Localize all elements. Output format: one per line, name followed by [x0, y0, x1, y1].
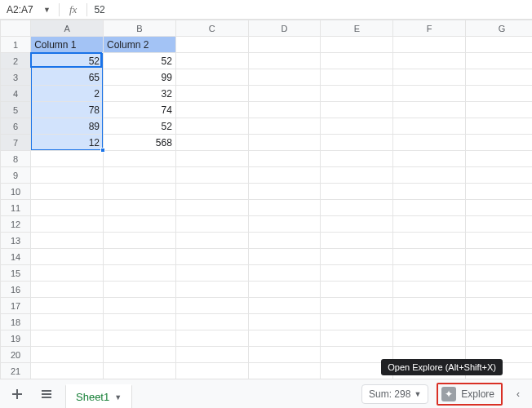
cell-B1[interactable]: Column 2: [104, 37, 176, 53]
cell-D20[interactable]: [248, 347, 321, 363]
cell-F7[interactable]: [393, 135, 466, 151]
add-sheet-button[interactable]: [7, 384, 28, 405]
cell-C1[interactable]: [175, 37, 248, 53]
cell-C5[interactable]: [175, 102, 248, 118]
formula-input[interactable]: 52: [92, 4, 104, 16]
cell-A1[interactable]: Column 1: [31, 37, 104, 53]
column-header-D[interactable]: D: [248, 20, 321, 37]
cell-B20[interactable]: [104, 347, 176, 363]
cell-C4[interactable]: [175, 86, 248, 102]
cell-C20[interactable]: [175, 347, 248, 363]
cell-G5[interactable]: [466, 102, 532, 118]
cell-F9[interactable]: [393, 167, 466, 184]
cell-B7[interactable]: 568: [104, 135, 176, 151]
cell-G15[interactable]: [466, 265, 532, 282]
cell-E11[interactable]: [321, 200, 393, 216]
cell-E13[interactable]: [321, 233, 393, 249]
cell-F13[interactable]: [393, 233, 466, 249]
cell-G7[interactable]: [466, 135, 532, 151]
cell-C16[interactable]: [175, 282, 248, 298]
cell-A20[interactable]: [31, 347, 104, 363]
cell-E12[interactable]: [321, 216, 393, 233]
cell-C3[interactable]: [175, 69, 248, 86]
cell-A11[interactable]: [31, 200, 104, 216]
cell-E16[interactable]: [321, 282, 393, 298]
cell-D21[interactable]: [248, 363, 321, 379]
cell-A7[interactable]: 12: [31, 135, 104, 151]
explore-button[interactable]: ✦ Explore: [437, 383, 503, 406]
cell-A14[interactable]: [31, 249, 104, 265]
cell-B18[interactable]: [104, 314, 176, 330]
cell-D4[interactable]: [248, 86, 321, 102]
cell-B10[interactable]: [104, 184, 176, 200]
cell-D2[interactable]: [248, 53, 321, 69]
cell-G3[interactable]: [466, 69, 532, 86]
row-header-14[interactable]: 14: [1, 249, 31, 265]
cell-D8[interactable]: [248, 151, 321, 167]
cell-G18[interactable]: [466, 314, 532, 330]
cell-C9[interactable]: [175, 167, 248, 184]
cell-F16[interactable]: [393, 282, 466, 298]
cell-A5[interactable]: 78: [31, 102, 104, 118]
column-header-A[interactable]: A: [31, 20, 104, 37]
cell-A15[interactable]: [31, 265, 104, 282]
cell-G11[interactable]: [466, 200, 532, 216]
row-header-20[interactable]: 20: [1, 347, 31, 363]
cell-F15[interactable]: [393, 265, 466, 282]
cell-G1[interactable]: [466, 37, 532, 53]
cell-C18[interactable]: [175, 314, 248, 330]
cell-C13[interactable]: [175, 233, 248, 249]
cell-A10[interactable]: [31, 184, 104, 200]
cell-D12[interactable]: [248, 216, 321, 233]
cell-F1[interactable]: [393, 37, 466, 53]
cell-F10[interactable]: [393, 184, 466, 200]
cell-A9[interactable]: [31, 167, 104, 184]
column-header-C[interactable]: C: [175, 20, 248, 37]
cell-E4[interactable]: [321, 86, 393, 102]
cell-E14[interactable]: [321, 249, 393, 265]
sheet-tab-sheet1[interactable]: Sheet1 ▼: [65, 384, 132, 409]
cell-A6[interactable]: 89: [31, 118, 104, 135]
cell-B17[interactable]: [104, 298, 176, 314]
cell-E9[interactable]: [321, 167, 393, 184]
cell-F19[interactable]: [393, 330, 466, 347]
cell-C14[interactable]: [175, 249, 248, 265]
cell-D18[interactable]: [248, 314, 321, 330]
cell-D16[interactable]: [248, 282, 321, 298]
row-header-21[interactable]: 21: [1, 363, 31, 379]
cell-A12[interactable]: [31, 216, 104, 233]
cell-G19[interactable]: [466, 330, 532, 347]
cell-F11[interactable]: [393, 200, 466, 216]
cell-G12[interactable]: [466, 216, 532, 233]
cell-D3[interactable]: [248, 69, 321, 86]
cell-F5[interactable]: [393, 102, 466, 118]
cell-B9[interactable]: [104, 167, 176, 184]
cell-F17[interactable]: [393, 298, 466, 314]
cell-A4[interactable]: 2: [31, 86, 104, 102]
cell-C6[interactable]: [175, 118, 248, 135]
cell-A8[interactable]: [31, 151, 104, 167]
column-header-G[interactable]: G: [466, 20, 532, 37]
cell-B6[interactable]: 52: [104, 118, 176, 135]
cell-G4[interactable]: [466, 86, 532, 102]
row-header-4[interactable]: 4: [1, 86, 31, 102]
cell-A13[interactable]: [31, 233, 104, 249]
cell-A17[interactable]: [31, 298, 104, 314]
cell-F6[interactable]: [393, 118, 466, 135]
collapse-side-panel-button[interactable]: ‹: [511, 388, 525, 400]
row-header-17[interactable]: 17: [1, 298, 31, 314]
cell-B8[interactable]: [104, 151, 176, 167]
cell-A19[interactable]: [31, 330, 104, 347]
cell-F14[interactable]: [393, 249, 466, 265]
column-header-E[interactable]: E: [321, 20, 393, 37]
row-header-15[interactable]: 15: [1, 265, 31, 282]
row-header-16[interactable]: 16: [1, 282, 31, 298]
cell-G2[interactable]: [466, 53, 532, 69]
spreadsheet-grid[interactable]: ABCDEFG1Column 1Column 22525236599423257…: [0, 20, 532, 379]
cell-D19[interactable]: [248, 330, 321, 347]
chevron-down-icon[interactable]: ▼: [114, 393, 122, 401]
cell-B13[interactable]: [104, 233, 176, 249]
cell-B14[interactable]: [104, 249, 176, 265]
row-header-6[interactable]: 6: [1, 118, 31, 135]
row-header-9[interactable]: 9: [1, 167, 31, 184]
